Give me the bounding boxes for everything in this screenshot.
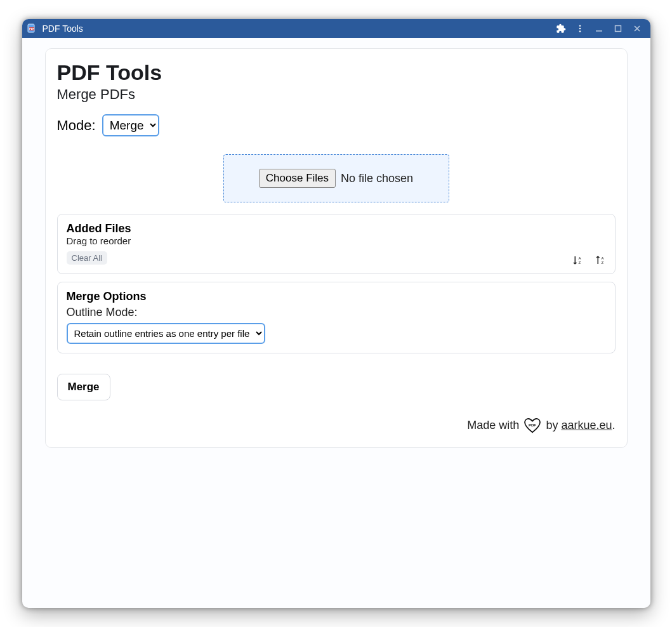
content-area: PDF Tools Merge PDFs Mode: Merge Choose … <box>22 38 650 608</box>
added-files-card: Added Files Drag to reorder Clear All A … <box>57 214 616 274</box>
svg-point-3 <box>579 25 580 26</box>
footer-by: by <box>546 419 561 431</box>
footer-period: . <box>612 419 615 431</box>
mode-label: Mode: <box>57 117 96 134</box>
footer-made-with: Made with <box>467 419 522 431</box>
footer: Made with PDF by aarkue.eu. <box>57 418 616 433</box>
minimize-button[interactable] <box>590 19 609 38</box>
svg-text:PDF: PDF <box>29 27 35 30</box>
svg-point-5 <box>579 30 580 32</box>
kebab-menu-icon[interactable] <box>570 19 590 38</box>
svg-text:Z: Z <box>578 261 581 265</box>
window-title: PDF Tools <box>43 23 83 34</box>
sort-asc-icon[interactable]: A Z <box>572 254 583 266</box>
file-dropzone[interactable]: Choose Files No file chosen <box>223 154 449 202</box>
sort-desc-icon[interactable]: A Z <box>595 254 606 266</box>
svg-text:A: A <box>578 256 581 260</box>
merge-options-card: Merge Options Outline Mode: Retain outli… <box>57 282 616 353</box>
footer-link[interactable]: aarkue.eu <box>561 419 612 431</box>
outline-mode-label: Outline Mode: <box>67 306 606 319</box>
clear-all-button[interactable]: Clear All <box>67 251 107 265</box>
svg-text:A: A <box>601 256 603 260</box>
svg-text:PDF: PDF <box>529 423 536 427</box>
app-window: PDF PDF Tools PDF Tools Merge PDFs <box>22 19 650 608</box>
titlebar: PDF PDF Tools <box>22 19 650 38</box>
mode-row: Mode: Merge <box>57 114 616 136</box>
extension-icon[interactable] <box>551 19 570 38</box>
added-files-hint: Drag to reorder <box>67 235 606 246</box>
svg-point-4 <box>579 28 580 29</box>
choose-files-button[interactable]: Choose Files <box>259 169 336 188</box>
sort-controls: A Z A Z <box>572 254 606 266</box>
mode-select[interactable]: Merge <box>102 114 159 136</box>
file-status-text: No file chosen <box>341 172 413 185</box>
heart-pdf-icon: PDF <box>524 418 541 433</box>
svg-text:Z: Z <box>601 261 603 265</box>
main-panel: PDF Tools Merge PDFs Mode: Merge Choose … <box>45 48 628 448</box>
added-files-title: Added Files <box>67 222 606 235</box>
page-subtitle: Merge PDFs <box>57 86 616 103</box>
outline-mode-select[interactable]: Retain outline entries as one entry per … <box>67 323 265 344</box>
svg-rect-7 <box>615 26 621 32</box>
app-icon: PDF <box>26 23 37 34</box>
merge-button[interactable]: Merge <box>57 374 110 400</box>
maximize-button[interactable] <box>609 19 628 38</box>
page-title: PDF Tools <box>57 60 616 85</box>
close-button[interactable] <box>628 19 647 38</box>
merge-options-title: Merge Options <box>67 290 606 303</box>
svg-rect-6 <box>596 30 602 32</box>
